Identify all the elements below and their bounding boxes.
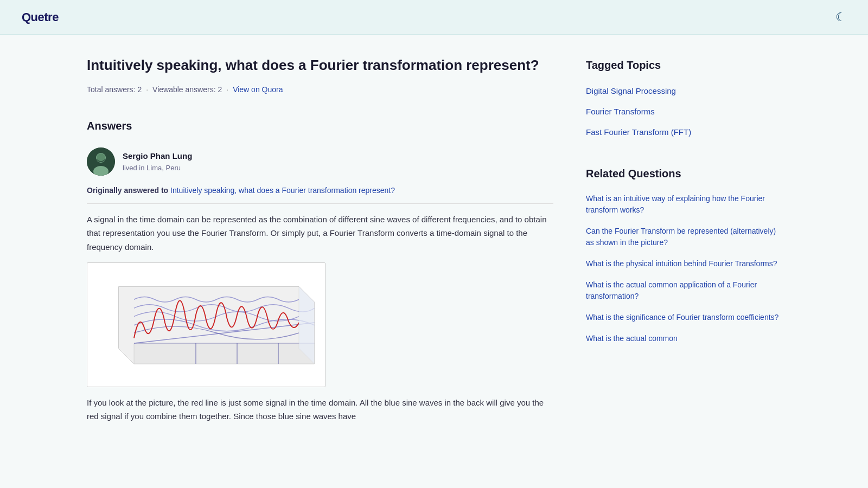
related-q-3[interactable]: What is the physical intuition behind Fo… (586, 258, 781, 269)
related-q-6[interactable]: What is the actual common (586, 333, 781, 344)
related-q-5[interactable]: What is the significance of Fourier tran… (586, 312, 781, 323)
right-column: Tagged Topics Digital Signal Processing … (586, 56, 781, 441)
topic-link-fft[interactable]: Fast Fourier Transform (FFT) (586, 126, 781, 139)
avatar (87, 147, 115, 176)
main-content: Intuitively speaking, what does a Fourie… (54, 35, 814, 463)
site-logo: Quetre (22, 8, 59, 27)
answer-text-after: If you look at the picture, the red line… (87, 396, 553, 423)
tagged-topics-title: Tagged Topics (586, 56, 781, 74)
site-header: Quetre ☾ (0, 0, 868, 35)
meta-dot-2: · (226, 84, 228, 95)
left-column: Intuitively speaking, what does a Fourie… (87, 56, 553, 441)
total-answers-label: Total answers: 2 (87, 84, 142, 95)
fourier-visualization (87, 262, 326, 387)
answer-block: Sergio Phan Lung lived in Lima, Peru Ori… (87, 147, 553, 423)
tagged-topics-section: Tagged Topics Digital Signal Processing … (586, 56, 781, 139)
topic-link-fourier[interactable]: Fourier Transforms (586, 105, 781, 118)
answer-divider (87, 203, 553, 204)
originally-answered-link[interactable]: Intuitively speaking, what does a Fourie… (170, 186, 395, 195)
dark-mode-icon[interactable]: ☾ (835, 8, 846, 27)
related-questions-title: Related Questions (586, 165, 781, 182)
related-q-1[interactable]: What is an intuitive way of explaining h… (586, 193, 781, 216)
related-q-2[interactable]: Can the Fourier Transform be represented… (586, 226, 781, 248)
view-on-quora-link[interactable]: View on Quora (233, 84, 283, 95)
svg-marker-5 (134, 343, 315, 364)
author-bio: lived in Lima, Peru (123, 163, 192, 174)
author-name: Sergio Phan Lung (123, 150, 192, 163)
answers-section-title: Answers (87, 117, 553, 134)
related-q-4[interactable]: What is the actual common application of… (586, 279, 781, 302)
page-title: Intuitively speaking, what does a Fourie… (87, 56, 553, 75)
originally-answered: Originally answered to Intuitively speak… (87, 184, 553, 196)
meta-info: Total answers: 2 · Viewable answers: 2 ·… (87, 84, 553, 95)
author-row: Sergio Phan Lung lived in Lima, Peru (87, 147, 553, 176)
author-info: Sergio Phan Lung lived in Lima, Peru (123, 150, 192, 174)
meta-dot-1: · (146, 84, 148, 95)
answer-text-before: A signal in the time domain can be repre… (87, 213, 553, 254)
viewable-answers-label: Viewable answers: 2 (152, 84, 222, 95)
related-questions-section: Related Questions What is an intuitive w… (586, 165, 781, 344)
topic-link-dsp[interactable]: Digital Signal Processing (586, 85, 781, 98)
